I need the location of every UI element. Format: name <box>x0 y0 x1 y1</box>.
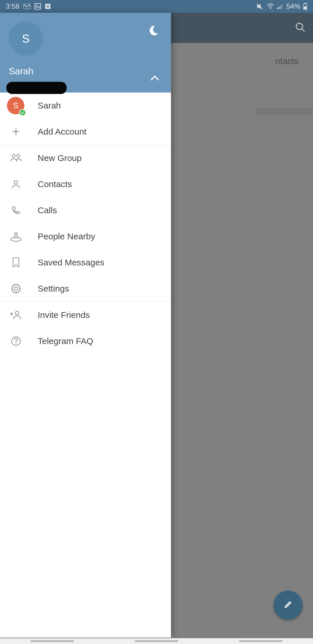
phone-icon <box>9 205 23 216</box>
navigation-drawer: S Sarah S Sarah <box>0 13 171 638</box>
background-separator <box>255 108 313 115</box>
svg-point-17 <box>150 25 151 25</box>
menu-calls[interactable]: Calls <box>0 197 171 223</box>
menu-saved-messages[interactable]: Saved Messages <box>0 249 171 276</box>
add-account-label: Add Account <box>38 127 86 137</box>
svg-point-21 <box>17 154 20 157</box>
group-icon <box>9 153 23 163</box>
people-nearby-icon <box>9 231 23 242</box>
menu-invite-friends-label: Invite Friends <box>38 310 90 320</box>
plus-icon <box>9 126 23 137</box>
signal-icon <box>277 4 283 9</box>
gmail-icon <box>23 4 30 9</box>
search-icon[interactable] <box>294 21 306 34</box>
menu-saved-messages-label: Saved Messages <box>38 258 104 267</box>
image-icon <box>34 3 41 10</box>
svg-rect-8 <box>280 6 281 9</box>
svg-point-13 <box>296 23 303 30</box>
status-time: 3:58 <box>6 2 19 10</box>
menu-people-nearby[interactable]: People Nearby <box>0 223 171 249</box>
svg-point-5 <box>270 8 271 9</box>
menu-calls-label: Calls <box>38 205 57 215</box>
avatar-initial: S <box>22 32 30 45</box>
bookmark-icon <box>9 257 23 268</box>
svg-rect-12 <box>304 6 307 9</box>
menu-settings-label: Settings <box>38 284 69 294</box>
account-name-label: Sarah <box>38 101 61 111</box>
menu-new-group-label: New Group <box>38 153 82 163</box>
svg-point-22 <box>14 180 18 184</box>
menu-settings[interactable]: Settings <box>0 276 171 302</box>
svg-line-14 <box>302 29 305 32</box>
pencil-icon <box>283 599 293 611</box>
nav-back[interactable] <box>239 640 283 642</box>
compose-fab[interactable] <box>274 591 303 620</box>
system-nav-bar <box>0 638 313 644</box>
svg-point-2 <box>36 5 37 6</box>
menu-invite-friends[interactable]: Invite Friends <box>0 302 171 328</box>
profile-avatar[interactable]: S <box>9 21 43 56</box>
svg-point-16 <box>152 25 153 25</box>
add-account-item[interactable]: Add Account <box>0 119 171 145</box>
menu-contacts-label: Contacts <box>38 179 72 189</box>
redacted-phone <box>6 82 67 94</box>
menu-new-group[interactable]: New Group <box>0 145 171 171</box>
menu-contacts[interactable]: Contacts <box>0 171 171 197</box>
svg-rect-6 <box>277 8 278 9</box>
account-avatar: S <box>7 97 24 114</box>
battery-percent: 54% <box>286 2 300 10</box>
account-avatar-initial: S <box>13 101 19 110</box>
svg-rect-0 <box>23 4 30 9</box>
svg-point-25 <box>14 287 18 290</box>
svg-rect-9 <box>281 4 282 9</box>
night-mode-toggle[interactable] <box>147 23 161 38</box>
svg-rect-7 <box>279 7 279 9</box>
help-icon <box>9 336 23 347</box>
svg-rect-11 <box>304 3 306 4</box>
svg-point-30 <box>15 343 17 344</box>
accounts-toggle-chevron[interactable] <box>150 73 160 84</box>
svg-rect-1 <box>35 3 41 9</box>
battery-icon <box>303 3 307 10</box>
nav-recents[interactable] <box>30 640 74 642</box>
svg-point-15 <box>151 26 152 27</box>
drawer-header[interactable]: S Sarah <box>0 13 171 93</box>
svg-point-26 <box>15 311 19 315</box>
svg-point-20 <box>12 154 15 157</box>
account-item-current[interactable]: S Sarah <box>0 93 171 119</box>
drawer-body: S Sarah Add Account New Group Co <box>0 93 171 638</box>
gear-icon <box>9 283 23 294</box>
vibrate-mute-icon <box>256 3 264 10</box>
nav-home[interactable] <box>135 640 178 642</box>
menu-faq[interactable]: Telegram FAQ <box>0 328 171 354</box>
profile-name: Sarah <box>9 66 33 77</box>
close-card-icon <box>45 3 51 9</box>
check-badge-icon <box>19 109 26 116</box>
svg-point-23 <box>11 237 21 241</box>
person-icon <box>9 179 23 189</box>
person-add-icon <box>9 310 23 320</box>
wifi-icon <box>267 3 274 9</box>
menu-faq-label: Telegram FAQ <box>38 336 93 346</box>
menu-people-nearby-label: People Nearby <box>38 231 95 241</box>
background-contacts-hint: ntacts <box>275 56 299 66</box>
status-bar: 3:58 54% <box>0 0 313 13</box>
